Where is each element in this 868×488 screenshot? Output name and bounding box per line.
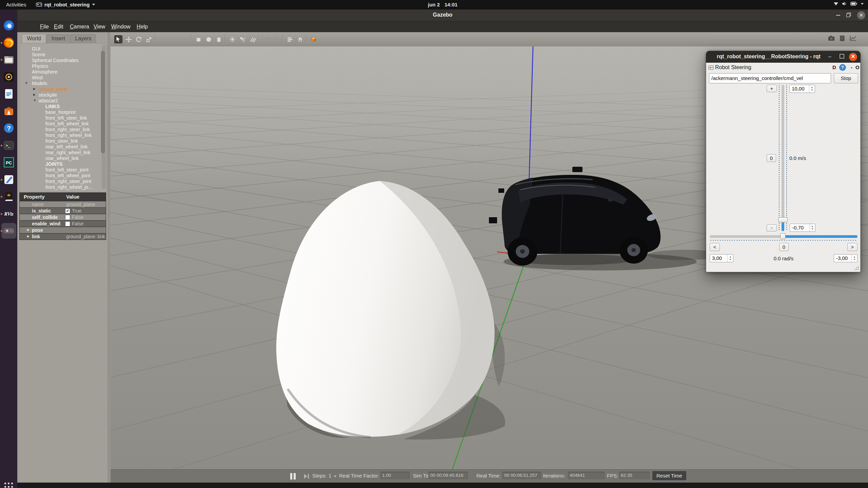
tool-spot-light-button[interactable] [238,35,246,43]
tool-undo-button[interactable] [158,35,166,43]
tree-item-front-left-wheel-link[interactable]: front_left_wheel_link [20,121,106,127]
tool-scale-button[interactable] [145,35,153,43]
rqt-minimize-icon[interactable]: – [828,54,831,60]
tool-cylinder-button[interactable] [215,35,223,43]
tool-rotate-button[interactable] [135,35,143,43]
rqt-close-icon[interactable]: ✕ [849,53,857,61]
dock-item-terminal[interactable]: >_ [2,139,15,152]
tool-log-button[interactable] [840,35,845,43]
dock-item-libreoffice-writer[interactable] [2,87,15,100]
menu-help[interactable]: Help [137,24,148,30]
tree-scrollbar-thumb[interactable] [101,51,105,153]
focused-window-menu[interactable]: rqt_robot_steering [36,2,95,7]
tree-item-physics[interactable]: Physics [20,63,106,69]
property-row-self_collide[interactable]: self_collideFalse [19,214,106,221]
dock-item-thunderbird[interactable] [2,19,15,32]
angular-right-button[interactable]: > [847,243,857,251]
tool-snap-button[interactable] [296,35,304,43]
stop-button[interactable]: Stop [834,73,858,83]
tree-item-rear-left-wheel-link[interactable]: rear_left_wheel_link [20,144,106,150]
tree-item-front-left-wheel-joint[interactable]: front_left_wheel_joint [20,173,106,179]
tree-item-front-steer-link[interactable]: front_steer_link [20,138,106,144]
menu-file[interactable]: File [40,24,49,30]
checkbox-unchecked[interactable] [65,215,70,220]
plugin-close-button[interactable]: O [855,64,860,70]
menu-view[interactable]: View [94,24,105,30]
angular-left-button[interactable]: < [710,243,720,251]
property-row-pose[interactable]: ▶pose [19,227,106,233]
tree-item-front-right-steer-joint[interactable]: front_right_steer_joint [20,179,106,184]
show-applications-button[interactable] [4,483,13,488]
restore-icon[interactable] [846,13,851,17]
linear-max-spinbox[interactable]: 10,00 ▲▼ [789,85,815,93]
tool-copy-button[interactable] [262,35,270,43]
menu-edit[interactable]: Edit [54,24,63,30]
tree-item-atmosphere[interactable]: Atmosphere [20,69,106,75]
world-tree[interactable]: GUISceneSpherical CoordinatesPhysicsAtmo… [19,43,107,192]
expander-closed-icon[interactable]: ▶ [33,93,36,96]
tree-item-rear-right-wheel-link[interactable]: rear_right_wheel_link [20,150,106,156]
tree-item-front-left-steer-link[interactable]: front_left_steer_link [20,115,106,121]
tool-directional-light-button[interactable] [249,35,257,43]
angular-max-spinbox[interactable]: 3,00 ▲▼ [710,254,733,262]
resize-grip[interactable] [854,266,859,270]
linear-decrease-button[interactable]: - [767,224,777,231]
tree-item-atlascar2[interactable]: ▼atlascar2 [20,98,106,104]
angular-slider-groove[interactable] [710,235,780,238]
angular-slider-handle[interactable] [780,233,786,239]
checkbox-checked[interactable]: ✔ [65,208,70,214]
rqt-maximize-icon[interactable] [840,54,844,59]
reset-time-button[interactable]: Reset Time [652,471,686,480]
plugin-minimize-button[interactable]: - [851,64,852,70]
tree-item-front-right-wheel-jo-[interactable]: front_right_wheel_jo... [20,184,106,190]
tree-item-models[interactable]: ▼Models [20,81,106,86]
tree-item-links[interactable]: LINKS [20,104,106,109]
tree-item-stockpile[interactable]: ▶stockpile [20,92,106,98]
step-button[interactable] [303,473,310,479]
tool-caret-dropdown-button[interactable] [169,35,173,43]
spinbox-arrows[interactable]: ▲▼ [727,255,733,262]
tab-world[interactable]: World [22,34,46,43]
tree-item-wind[interactable]: Wind [20,75,106,81]
dock-item-files[interactable] [2,53,15,66]
topic-input[interactable]: /ackermann_steering_controller/cmd_vel [709,73,831,83]
tree-item-front-left-steer-joint[interactable]: front_left_steer_joint [20,167,106,173]
tool-align-button[interactable] [286,35,294,43]
close-icon[interactable]: ✕ [857,11,865,19]
tree-item-gui[interactable]: GUI [20,46,106,52]
property-row-link[interactable]: ▶linkground_plane::link [19,233,106,240]
tree-item-spherical-coordinates[interactable]: Spherical Coordinates [20,58,106,63]
system-tray[interactable] [833,1,864,6]
tree-item-front-right-wheel-link[interactable]: front_right_wheel_link [20,133,106,138]
clock[interactable]: jun 2 14:01 [428,2,457,7]
spinbox-arrows[interactable]: ▲▼ [809,85,815,93]
tree-item-joints[interactable]: JOINTS [20,161,106,167]
pause-button[interactable] [290,473,296,480]
plugin-dock-button[interactable]: D [832,64,836,70]
menu-camera[interactable]: Camera [70,24,89,30]
steps-dropdown-icon[interactable] [334,475,337,477]
tool-redo-button[interactable] [175,35,183,43]
activities-button[interactable]: Activities [6,2,26,7]
linear-zero-button[interactable]: 0 [767,154,776,162]
tab-layers[interactable]: Layers [71,34,96,43]
dock-item-firefox[interactable] [2,36,15,49]
dock-item-pycharm[interactable]: PC [2,156,15,169]
tool-chart-button[interactable] [850,35,856,43]
rqt-title-bar[interactable]: rqt_robot_steering__RobotSteering - rqt … [706,51,861,63]
tree-item-scene[interactable]: Scene [20,52,106,58]
minimize-icon[interactable] [836,15,840,16]
spinbox-arrows[interactable]: ▲▼ [851,255,857,262]
tool-translate-button[interactable] [124,35,133,43]
tool-paste-button[interactable] [272,35,280,43]
expander-closed-icon[interactable]: ▶ [27,235,29,238]
dock-item-rviz[interactable]: RViz [2,207,15,220]
angular-zero-button[interactable]: 0 [779,243,789,251]
tree-item-ground-plane[interactable]: ▶ground_plane [20,86,106,92]
dock-item-text-editor[interactable] [2,173,15,186]
dock-item-rqt[interactable] [2,224,15,237]
tool-point-light-button[interactable] [228,35,236,43]
angular-min-spinbox[interactable]: -3,00 ▲▼ [834,254,857,262]
tool-view-cube-button[interactable] [310,35,318,43]
tool-sphere-button[interactable] [204,35,213,43]
